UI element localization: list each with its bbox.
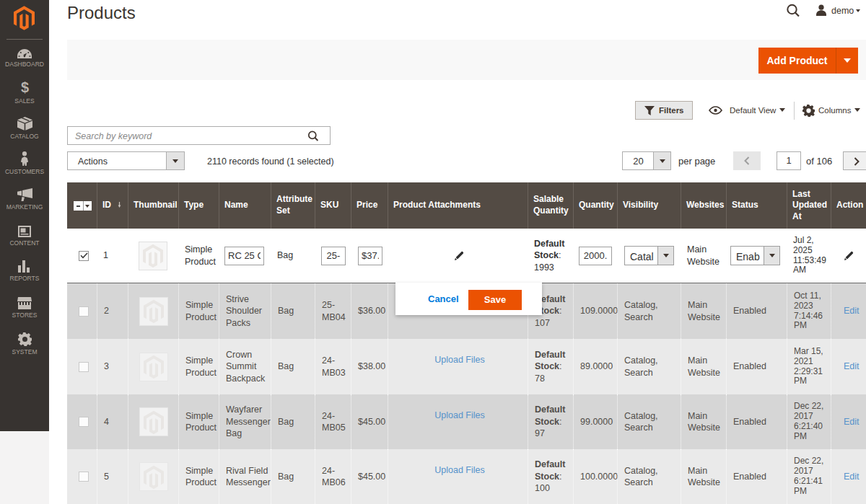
svg-text:$: $ (20, 80, 28, 95)
